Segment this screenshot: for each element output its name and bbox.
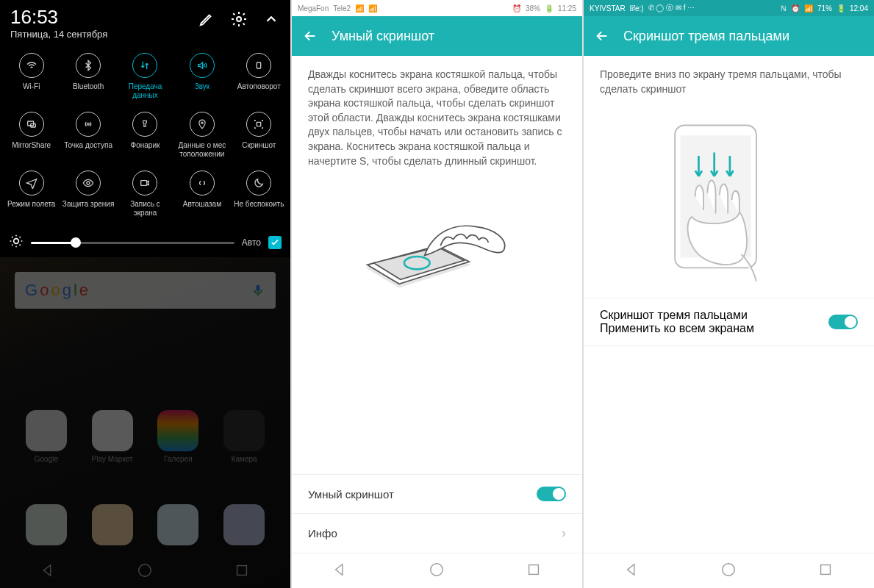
tile-label: Скриншот [242,141,276,159]
flashlight-icon [132,112,157,137]
tile-label: Передача данных [118,82,172,100]
svg-point-4 [87,123,90,126]
tile-data[interactable]: Передача данных [117,49,173,104]
app-label: Камера [232,455,257,463]
tile-dnd[interactable]: Не беспокоить [231,166,287,222]
row-three-finger-screenshot[interactable]: Скриншот тремя пальцами Применить ко все… [584,298,874,346]
google-logo-g: G [25,281,37,300]
nav-back[interactable] [40,562,57,578]
svg-rect-7 [141,181,147,186]
wifi-icon [19,53,44,78]
svg-point-12 [431,563,443,576]
qs-header-actions [198,6,280,28]
tile-shazam[interactable]: Автошазам [173,166,230,222]
home-screen: Google Google Play Маркет Галерея Камера [0,257,290,588]
back-button[interactable] [302,28,318,44]
setting-subtitle: Применить ко всем экранам [600,322,754,335]
carrier: MegaFon [298,4,329,12]
row-info[interactable]: Инфо › [292,513,582,553]
battery-icon: 🔋 [837,4,845,12]
carrier: KYIVSTAR [590,4,626,12]
status-right: ℕ ⏰ 📶 71% 🔋 12:04 [781,4,868,12]
edit-icon[interactable] [198,10,215,28]
tile-label: Wi-Fi [23,82,40,100]
brightness-auto-label: Авто [242,237,261,248]
brightness-thumb[interactable] [71,237,81,248]
browser-icon [223,504,265,545]
signal-icon: 📶 [355,4,364,12]
brightness-icon [9,234,24,251]
signal-icon: 📶 [804,4,813,12]
nav-home[interactable] [720,562,737,581]
record-icon [132,171,157,196]
tile-mirrorshare[interactable]: MirrorShare [3,107,60,163]
nav-back[interactable] [624,562,640,581]
wifi-icon: 📶 [368,4,377,12]
svg-rect-10 [237,566,247,576]
tile-rotate[interactable]: Автоповорот [231,49,287,104]
row-label: Инфо [308,527,337,539]
moon-icon [246,171,271,196]
app-bar-title: Умный скриншот [332,29,434,44]
dock-messages[interactable] [157,504,198,545]
dock-browser[interactable] [223,504,265,545]
toggle-three-finger[interactable] [828,315,858,329]
app-icon [157,410,198,451]
tile-bluetooth[interactable]: Bluetooth [60,49,116,104]
nav-home[interactable] [429,562,445,581]
tile-wifi[interactable]: Wi-Fi [3,49,60,104]
svg-point-0 [237,17,241,21]
app-bar: Скриншот тремя пальцами [584,16,874,56]
brightness-fill [31,242,76,244]
cast-icon [19,112,44,137]
tile-hotspot[interactable]: Точка доступа [60,107,116,163]
tile-location[interactable]: Данные о мес тоположении [173,107,230,163]
nav-recent[interactable] [817,562,834,581]
location-icon [190,112,215,137]
app-play[interactable]: Play Маркет [92,410,133,463]
home-apps-row: Google Play Маркет Галерея Камера [0,410,290,463]
row-smart-screenshot[interactable]: Умный скриншот [292,474,582,513]
nav-back[interactable] [332,562,348,581]
tile-airplane[interactable]: Режим полета [3,166,60,222]
brightness-slider[interactable] [31,242,234,244]
back-button[interactable] [594,28,610,44]
toggle-smart-screenshot[interactable] [537,487,566,501]
status-right: ⏰ 38% 🔋 11:25 [512,4,576,12]
tile-eye-comfort[interactable]: Защита зрения [60,166,116,222]
tile-label: Автоповорот [237,82,281,100]
screen-quick-settings: 16:53 Пятница, 14 сентября Wi-Fi Bluetoo… [0,0,290,588]
rotate-icon [246,53,271,78]
tile-label: Не беспокоить [234,200,284,218]
svg-rect-17 [821,564,831,574]
screen-three-finger: KYIVSTAR life:) ✆ ◯ ⓢ ✉ f ⋯ ℕ ⏰ 📶 71% 🔋 … [584,0,874,588]
app-gallery[interactable]: Галерея [157,410,198,463]
mic-icon[interactable] [251,283,265,298]
nav-bar [584,553,874,588]
tile-label: Автошазам [183,200,221,218]
status-left: MegaFon Tele2 📶 📶 [298,4,377,12]
svg-rect-13 [529,564,539,574]
app-camera[interactable]: Камера [223,410,265,463]
brightness-auto-checkbox[interactable] [268,236,282,249]
tile-screen-record[interactable]: Запись с экрана [117,166,173,222]
tile-screenshot[interactable]: Скриншот [231,107,287,163]
status-left: KYIVSTAR life:) ✆ ◯ ⓢ ✉ f ⋯ [590,3,695,13]
screen-smart-screenshot: MegaFon Tele2 📶 📶 ⏰ 38% 🔋 11:25 Умный ск… [292,0,582,588]
status-time: 12:04 [850,4,868,12]
tile-flashlight[interactable]: Фонарик [117,107,173,163]
settings-icon[interactable] [230,10,248,28]
messages-icon [157,504,198,545]
app-icon [92,410,133,451]
collapse-icon[interactable] [262,10,280,28]
dock-contacts[interactable] [92,504,133,545]
chevron-right-icon: › [562,526,566,541]
dock-phone[interactable] [26,504,67,545]
tile-sound[interactable]: Звук [173,49,230,104]
app-google[interactable]: Google [26,410,67,463]
nav-recent[interactable] [234,562,250,578]
nav-home[interactable] [137,562,153,578]
google-search-bar[interactable]: Google [15,272,276,309]
tile-label: Звук [195,82,210,100]
nav-recent[interactable] [526,562,542,581]
